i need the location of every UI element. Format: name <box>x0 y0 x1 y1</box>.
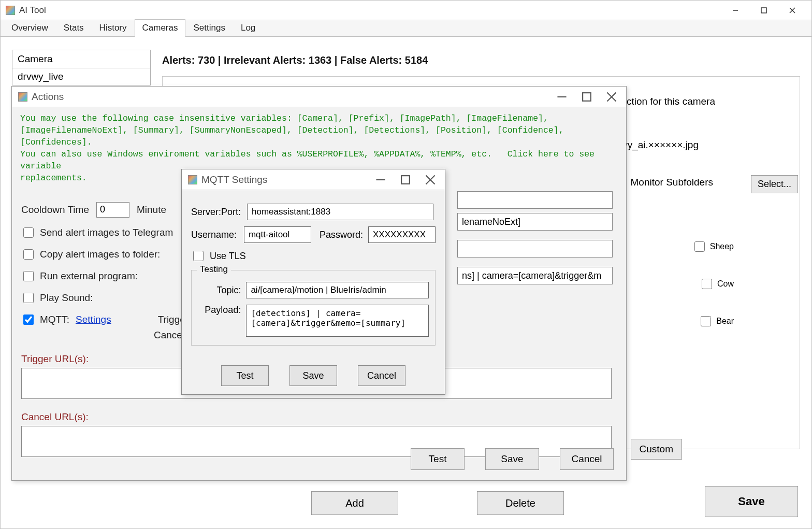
play-sound-checkbox[interactable] <box>23 293 34 303</box>
topic-input[interactable] <box>246 282 429 298</box>
tab-cameras[interactable]: Cameras <box>135 19 186 37</box>
use-tls-label: Use TLS <box>210 251 246 262</box>
actions-cancel-button[interactable]: Cancel <box>560 448 614 470</box>
svg-rect-9 <box>401 176 410 184</box>
cow-checkbox[interactable] <box>702 279 712 289</box>
actions-title: Actions <box>32 91 557 103</box>
save-button-main[interactable]: Save <box>705 486 798 517</box>
cancel-urls-label: Cancel URL(s): <box>21 411 617 423</box>
maximize-icon[interactable] <box>749 2 778 19</box>
mqtt-minimize-icon[interactable] <box>375 175 386 185</box>
mqtt-close-icon[interactable] <box>425 175 436 185</box>
sheep-row: Sheep <box>692 240 734 253</box>
actions-close-icon[interactable] <box>606 92 617 102</box>
username-label: Username: <box>191 230 244 240</box>
mqtt-test-button[interactable]: Test <box>221 365 269 386</box>
password-label: Password: <box>320 230 363 240</box>
password-input[interactable] <box>368 226 436 243</box>
custom-button[interactable]: Custom <box>631 439 682 460</box>
telegram-label: Send alert images to Telegram <box>40 227 173 238</box>
cooldown-input[interactable] <box>96 202 129 218</box>
tabstrip: Overview Stats History Cameras Settings … <box>1 20 811 37</box>
mqtt-settings-link[interactable]: Settings <box>76 314 111 325</box>
partial-input-filename[interactable]: lenameNoExt] <box>457 213 613 231</box>
use-tls-checkbox[interactable] <box>193 251 204 261</box>
copy-folder-label: Copy alert images to folder: <box>40 249 160 260</box>
detection-text-fragment: ction for this camera <box>627 96 715 107</box>
mqtt-dialog-icon <box>188 175 197 184</box>
actions-test-button[interactable]: Test <box>411 448 465 470</box>
cow-label: Cow <box>717 279 734 289</box>
actions-titlebar: Actions <box>12 87 626 107</box>
close-icon[interactable] <box>778 2 806 19</box>
topic-label: Topic: <box>198 285 241 296</box>
run-program-checkbox[interactable] <box>23 271 34 281</box>
mqtt-cancel-button[interactable]: Cancel <box>358 365 405 386</box>
delete-button[interactable]: Delete <box>477 491 564 515</box>
run-program-label: Run external program: <box>40 270 138 282</box>
camera-list-header: Camera <box>12 50 150 68</box>
actions-save-button[interactable]: Save <box>485 448 539 470</box>
filename-fragment: vwy_ai.××××××.jpg <box>615 139 699 151</box>
partial-input-1[interactable] <box>457 191 613 209</box>
tab-overview[interactable]: Overview <box>4 19 56 36</box>
monitor-subfolders-label: Monitor Subfolders <box>631 177 713 188</box>
server-port-label: Server:Port: <box>191 207 247 218</box>
mqtt-maximize-icon[interactable] <box>400 175 411 185</box>
bear-row: Bear <box>699 314 734 328</box>
testing-groupbox: Testing Topic: Payload: [detections] | c… <box>191 270 436 346</box>
main-titlebar: AI Tool <box>1 1 811 20</box>
server-port-input[interactable] <box>247 204 433 220</box>
stats-line: Alerts: 730 | Irrelevant Alerts: 1363 | … <box>162 54 428 66</box>
cow-row: Cow <box>700 277 734 291</box>
tab-settings[interactable]: Settings <box>185 19 233 36</box>
mqtt-dialog: MQTT Settings Server:Port: Username: Pas… <box>181 169 445 395</box>
actions-dialog-icon <box>18 92 27 102</box>
sheep-checkbox[interactable] <box>694 241 705 252</box>
mqtt-label: MQTT: <box>40 314 69 325</box>
cooldown-label: Cooldown Time <box>21 204 89 216</box>
telegram-checkbox[interactable] <box>23 227 34 238</box>
add-button[interactable]: Add <box>311 491 398 515</box>
select-button[interactable]: Select... <box>751 175 798 193</box>
sheep-label: Sheep <box>710 242 734 251</box>
app-icon <box>6 6 15 15</box>
camera-list[interactable]: Camera drvwy_live <box>12 50 151 85</box>
svg-rect-5 <box>583 93 591 101</box>
play-sound-label: Play Sound: <box>40 292 93 304</box>
payload-input[interactable]: [detections] | camera=[camera]&trigger&m… <box>246 305 429 337</box>
bear-label: Bear <box>716 317 734 326</box>
camera-list-item[interactable]: drvwy_live <box>12 68 150 85</box>
bear-checkbox[interactable] <box>701 316 711 326</box>
mqtt-titlebar: MQTT Settings <box>182 169 445 190</box>
username-input[interactable] <box>244 226 311 243</box>
tab-history[interactable]: History <box>92 19 135 36</box>
tab-stats[interactable]: Stats <box>56 19 92 36</box>
svg-rect-1 <box>761 8 766 13</box>
mqtt-title: MQTT Settings <box>201 174 375 185</box>
tab-log[interactable]: Log <box>233 19 263 36</box>
mqtt-save-button[interactable]: Save <box>289 365 337 386</box>
partial-input-3[interactable] <box>457 240 613 258</box>
cooldown-unit: Minute <box>137 204 166 216</box>
copy-folder-checkbox[interactable] <box>23 249 34 260</box>
mqtt-checkbox[interactable] <box>23 314 34 325</box>
actions-maximize-icon[interactable] <box>582 92 592 102</box>
payload-label: Payload: <box>198 305 241 316</box>
partial-input-trigger[interactable]: ns] | camera=[camera]&trigger&m <box>457 267 613 284</box>
actions-minimize-icon[interactable] <box>557 92 567 102</box>
minimize-icon[interactable] <box>721 2 749 19</box>
app-title: AI Tool <box>19 5 721 16</box>
testing-legend: Testing <box>197 264 231 275</box>
